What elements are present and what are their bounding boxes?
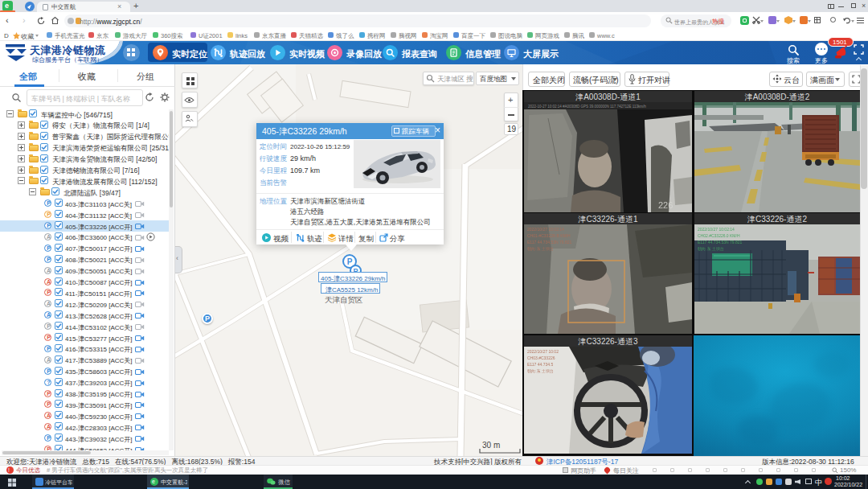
- svg-text:2022-10-27 10:02:14 #A00308D G: 2022-10-27 10:02:14 #A00308D GPS 39.0000…: [528, 105, 646, 109]
- svg-text:朝向:东 土坝台: 朝向:东 土坝台: [527, 368, 554, 373]
- svg-text:2022/10/27 10:02:14: 2022/10/27 10:02:14: [527, 227, 564, 232]
- svg-text:CH02.#C33226.0 KM/H: CH02.#C33226.0 KM/H: [698, 233, 740, 238]
- svg-text:朝向:东 土坝台: 朝向:东 土坝台: [527, 246, 554, 251]
- svg-text:朝向:东 土坝台: 朝向:东 土坝台: [698, 246, 724, 251]
- svg-text:E117 44.734.53N 79.821: E117 44.734.53N 79.821: [698, 240, 742, 244]
- svg-text:2022/10/27 10:02:14: 2022/10/27 10:02:14: [698, 227, 735, 232]
- svg-text:226: 226: [658, 200, 673, 210]
- svg-text:CH01-#C33226-B KM/H: CH01-#C33226-B KM/H: [527, 233, 571, 238]
- svg-text:CH03.#C33226: CH03.#C33226: [527, 355, 555, 360]
- svg-text:E117 44.734.5: E117 44.734.5: [527, 362, 553, 367]
- svg-text:E117 44.734.53N 79.821: E117 44.734.53N 79.821: [527, 240, 571, 244]
- svg-text:2022/10/27 10:02: 2022/10/27 10:02: [527, 349, 559, 354]
